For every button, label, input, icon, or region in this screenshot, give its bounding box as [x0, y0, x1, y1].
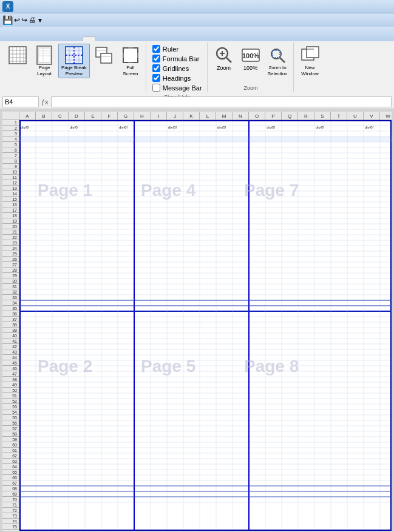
svg-rect-37 [307, 47, 319, 58]
row-header: 75 [2, 524, 19, 530]
col-header: W [380, 112, 392, 120]
page-layout-icon [35, 45, 54, 65]
col-header: C [52, 112, 69, 120]
spreadsheet-area: ABCDEFGHIJKLMNOPQRSTUVWX 123456789101112… [0, 109, 394, 532]
row-header: 73 [2, 513, 19, 519]
row-header: 71 [2, 502, 19, 508]
dropdown-icon[interactable]: ▼ [37, 17, 43, 24]
formula-bar: ƒx [0, 95, 394, 109]
zoom-button[interactable]: Zoom [211, 44, 237, 73]
row-header: 18 [2, 213, 19, 218]
zoom-selection-label: Zoom toSelection [268, 65, 288, 76]
col-header: P [265, 112, 282, 120]
gridlines-check-item[interactable]: Gridlines [152, 64, 202, 72]
show-hide-group: Ruler Formula Bar Gridlines Headings Mes… [148, 42, 208, 92]
col-header: T [331, 112, 347, 120]
formula-bar-checkbox[interactable] [152, 55, 160, 62]
tab-developer[interactable] [96, 37, 109, 41]
row-header: 3 [2, 131, 19, 136]
message-bar-checkbox[interactable] [152, 84, 160, 92]
row-header: 32 [2, 289, 19, 295]
row-header: 61 [2, 448, 19, 453]
full-screen-icon [121, 45, 140, 65]
row-header: 36 [2, 311, 19, 317]
svg-line-34 [280, 58, 285, 62]
tab-insert[interactable] [16, 37, 29, 41]
col-header: N [233, 112, 249, 120]
row-header: 7 [2, 153, 19, 158]
full-screen-button[interactable]: FullScreen [118, 44, 143, 78]
row-header: 1 [2, 120, 19, 126]
tab-home[interactable] [2, 37, 16, 41]
zoom-selection-button[interactable]: Zoom toSelection [265, 44, 291, 78]
headings-label: Headings [163, 75, 191, 82]
row-header: 74 [2, 519, 19, 524]
row-header: 66 [2, 475, 19, 480]
normal-icon [8, 45, 27, 65]
row-header: 16 [2, 202, 19, 207]
ribbon-content: PageLayout Page BreakPreview [0, 41, 394, 95]
tab-formulas[interactable] [42, 37, 56, 41]
tab-data[interactable] [56, 37, 69, 41]
row-header: 68 [2, 486, 19, 491]
spreadsheet-grid[interactable] [19, 120, 392, 531]
quick-access-toolbar: 💾 ↩ ↪ 🖨 ▼ [0, 13, 394, 27]
row-header: 22 [2, 235, 19, 240]
redo-icon[interactable]: ↪ [21, 16, 27, 24]
row-header: 43 [2, 349, 19, 355]
row-header: 21 [2, 229, 19, 235]
row-header: 8 [2, 158, 19, 164]
formula-bar-label: Formula Bar [163, 55, 200, 62]
tab-add-ins[interactable] [109, 37, 123, 41]
row-header: 47 [2, 371, 19, 377]
row-header: 24 [2, 246, 19, 251]
save-icon[interactable]: 💾 [2, 15, 13, 25]
formula-expand-button[interactable]: ƒx [41, 98, 49, 106]
zoom-100-button[interactable]: 100% 100% [238, 44, 263, 73]
tab-page-layout[interactable] [29, 37, 42, 41]
col-header: M [216, 112, 233, 120]
full-screen-label: FullScreen [123, 65, 138, 76]
col-header: S [314, 112, 331, 120]
col-header: J [167, 112, 183, 120]
zoom-100-label: 100% [243, 65, 257, 72]
page-layout-button[interactable]: PageLayout [32, 44, 57, 78]
row-header: 63 [2, 459, 19, 464]
ruler-check-item[interactable]: Ruler [152, 45, 202, 53]
row-header: 26 [2, 257, 19, 262]
row-header: 34 [2, 300, 19, 306]
new-window-button[interactable]: NewWindow [297, 44, 323, 78]
row-header: 53 [2, 404, 19, 409]
ruler-checkbox[interactable] [152, 45, 160, 53]
row-header: 28 [2, 268, 19, 273]
zoom-group: Zoom 100% 100% [209, 42, 294, 92]
row-header: 49 [2, 382, 19, 388]
row-header: 10 [2, 169, 19, 175]
row-header: 54 [2, 409, 19, 415]
formula-bar-check-item[interactable]: Formula Bar [152, 55, 202, 62]
row-header: 31 [2, 284, 19, 289]
row-header: 29 [2, 273, 19, 278]
row-header: 13 [2, 186, 19, 191]
message-bar-check-item[interactable]: Message Bar [152, 84, 202, 92]
headings-checkbox[interactable] [152, 74, 160, 82]
window-buttons: NewWindow [297, 44, 323, 90]
row-header: 50 [2, 388, 19, 393]
message-bar-label: Message Bar [163, 84, 202, 92]
col-header: V [364, 112, 380, 120]
page-break-preview-button[interactable]: Page BreakPreview [58, 44, 90, 78]
gridlines-checkbox[interactable] [152, 64, 160, 72]
normal-button[interactable] [5, 44, 30, 67]
row-header: 69 [2, 491, 19, 497]
row-header: 9 [2, 164, 19, 169]
cell-reference-input[interactable] [2, 96, 39, 107]
row-header: 59 [2, 437, 19, 442]
custom-views-button[interactable] [91, 44, 117, 67]
tab-review[interactable] [69, 37, 83, 41]
undo-icon[interactable]: ↩ [14, 16, 20, 24]
tab-view[interactable] [83, 36, 96, 41]
headings-check-item[interactable]: Headings [152, 74, 202, 82]
row-header: 4 [2, 136, 19, 142]
print-icon[interactable]: 🖨 [29, 16, 36, 24]
formula-input[interactable] [51, 96, 392, 107]
